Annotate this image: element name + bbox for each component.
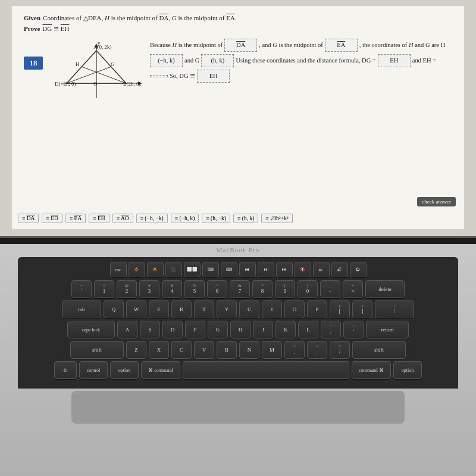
a-key[interactable]: A [117, 321, 137, 339]
h-key[interactable]: H [230, 321, 250, 339]
d-key[interactable]: D [162, 321, 183, 339]
option-h-neg-k[interactable]: ≡ (h, −k) [202, 214, 230, 223]
f6-key[interactable]: ⌨ [221, 262, 237, 277]
0-key[interactable]: )0 [298, 280, 318, 298]
period-key[interactable]: >. [307, 341, 327, 359]
4-key[interactable]: $4 [162, 280, 182, 298]
proof-box-EH[interactable]: EH [197, 70, 230, 83]
k-key[interactable]: K [275, 321, 296, 339]
option-EH[interactable]: ≡ EH [89, 214, 109, 223]
option-neg-h-k[interactable]: ≡ (−h, k) [171, 214, 199, 223]
z-key[interactable]: Z [126, 341, 146, 359]
trackpad[interactable] [71, 391, 405, 424]
option-right-key[interactable]: option [393, 361, 422, 379]
i-key[interactable]: I [262, 300, 282, 318]
o-key[interactable]: O [284, 300, 305, 318]
minus-key[interactable]: _- [320, 280, 340, 298]
option-left-key[interactable]: option [110, 361, 139, 379]
delete-key[interactable]: delete [365, 280, 405, 298]
f5-key[interactable]: ⌨ [202, 262, 219, 277]
fn-row: esc 🔅 🔆 ⬛ ⬜⬜ ⌨ ⌨ ⏮ ⏯ ⏭ 🔇 🔉 🔊 ⏻ [24, 262, 452, 277]
f11-key[interactable]: 🔉 [313, 262, 330, 277]
v-key[interactable]: V [194, 341, 214, 359]
1-key[interactable]: !1 [94, 280, 114, 298]
power-key[interactable]: ⏻ [350, 262, 367, 277]
command-left-key[interactable]: ⌘ command [141, 361, 180, 379]
semicolon-key[interactable]: :; [321, 321, 341, 339]
tab-key[interactable]: tab [62, 300, 101, 318]
proof-box-EA[interactable]: EA [325, 39, 358, 52]
quote-key[interactable]: "' [343, 321, 364, 339]
r-key[interactable]: R [171, 300, 192, 318]
b-key[interactable]: B [217, 341, 237, 359]
q-key[interactable]: Q [104, 300, 124, 318]
8-key[interactable]: *8 [252, 280, 273, 298]
option-ED[interactable]: ≡ ED [42, 214, 62, 223]
proof-box-empty[interactable] [150, 75, 168, 77]
2-key[interactable]: @2 [117, 280, 137, 298]
f7-key[interactable]: ⏮ [239, 262, 256, 277]
option-EA[interactable]: ≡ EA [65, 214, 86, 223]
caps-lock-key[interactable]: caps lock [67, 321, 115, 339]
c-key[interactable]: C [171, 341, 192, 359]
option-AO[interactable]: ≡ AO [112, 214, 133, 223]
n-key[interactable]: N [239, 341, 259, 359]
control-key[interactable]: control [79, 361, 108, 379]
f4-key[interactable]: ⬜⬜ [184, 262, 201, 277]
slash-key[interactable]: ?/ [330, 341, 350, 359]
bracket-left-key[interactable]: {[ [330, 300, 350, 318]
option-neg-h-neg-k[interactable]: ≡ (−h, −k) [136, 214, 168, 223]
3-key[interactable]: #3 [139, 280, 159, 298]
s-key[interactable]: S [140, 321, 160, 339]
g-key[interactable]: G [208, 321, 228, 339]
shift-left-key[interactable]: shift [70, 341, 124, 359]
f3-key[interactable]: ⬛ [165, 262, 182, 277]
shift-right-key[interactable]: shift [352, 341, 406, 359]
keyboard: esc 🔅 🔆 ⬛ ⬜⬜ ⌨ ⌨ ⏮ ⏯ ⏭ 🔇 🔉 🔊 ⏻ ~` !1 @2 … [18, 257, 458, 389]
f2-key[interactable]: 🔆 [147, 262, 164, 277]
f8-key[interactable]: ⏯ [258, 262, 274, 277]
option-h-k[interactable]: ≡ (h, k) [233, 214, 258, 223]
screen: Given Coordinates of △DEA, H is the midp… [0, 0, 476, 238]
proof-box-DA[interactable]: DA [224, 39, 257, 52]
f9-key[interactable]: ⏭ [276, 262, 293, 277]
tilde-key[interactable]: ~` [71, 280, 92, 298]
9-key[interactable]: (9 [275, 280, 295, 298]
proof-text-1c: , the coordinates of H and G are H [359, 40, 445, 51]
proof-box-Gcoord[interactable]: (h, k) [201, 54, 234, 67]
comma-key[interactable]: <, [284, 341, 305, 359]
5-key[interactable]: %5 [184, 280, 205, 298]
f-key[interactable]: F [185, 321, 205, 339]
f10-key[interactable]: 🔇 [295, 262, 311, 277]
command-right-key[interactable]: command ⌘ [352, 361, 391, 379]
y-key[interactable]: Y [217, 300, 237, 318]
backslash-key[interactable]: |\ [375, 300, 414, 318]
e-key[interactable]: E [149, 300, 169, 318]
return-key[interactable]: return [366, 321, 409, 339]
check-answer-button[interactable]: check answer [417, 197, 456, 206]
option-DA[interactable]: ≡ DA [18, 214, 39, 223]
w-key[interactable]: W [126, 300, 146, 318]
p-key[interactable]: P [307, 300, 327, 318]
esc-key[interactable]: esc [110, 262, 127, 277]
proof-box-DG[interactable]: EH [378, 54, 411, 67]
u-key[interactable]: U [239, 300, 259, 318]
proof-box-Hcoord[interactable]: (−h, k) [150, 54, 183, 67]
7-key[interactable]: &7 [230, 280, 250, 298]
asdf-row: caps lock A S D F G H J K L :; "' return [24, 321, 452, 339]
svg-text:G: G [111, 61, 115, 67]
proof-text-2a: and G [184, 55, 199, 66]
m-key[interactable]: M [262, 341, 282, 359]
t-key[interactable]: T [194, 300, 214, 318]
space-key[interactable] [183, 361, 349, 379]
l-key[interactable]: L [298, 321, 318, 339]
j-key[interactable]: J [253, 321, 273, 339]
f1-key[interactable]: 🔅 [129, 262, 145, 277]
6-key[interactable]: ^6 [207, 280, 227, 298]
fn-key-bottom[interactable]: fn [54, 361, 77, 379]
equals-key[interactable]: += [343, 280, 363, 298]
option-sqrt[interactable]: ≡ √9h²+k² [261, 214, 292, 223]
x-key[interactable]: X [149, 341, 169, 359]
f12-key[interactable]: 🔊 [331, 262, 348, 277]
bracket-right-key[interactable]: }] [352, 300, 372, 318]
